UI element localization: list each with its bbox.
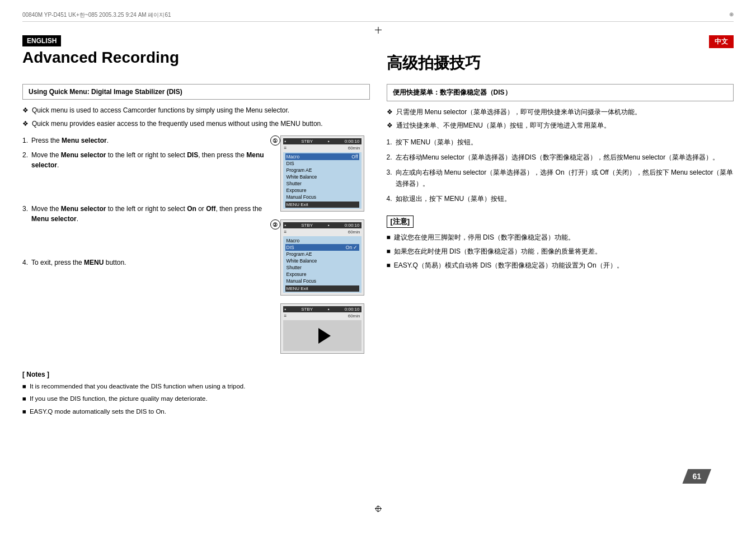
- chinese-column: 便用快捷菜单：数字图像稳定器（DIS） ❖ 只需使用 Menu selector…: [387, 84, 734, 419]
- screenshot-2-wrapper: ② ▪ STBY ▪ 0:00:10 ≡ 60min: [280, 219, 370, 296]
- chinese-notes-title: [注意]: [387, 216, 414, 228]
- english-lang-badge: ENGLISH: [22, 35, 61, 46]
- menu-item-macro-1: MacroOff: [285, 153, 359, 160]
- diamond-icon-1: ❖: [22, 105, 29, 115]
- note-text-3: EASY.Q mode automatically sets the DIS t…: [30, 407, 166, 416]
- english-column: Using Quick Menu: Digital Image Stabiliz…: [22, 84, 370, 419]
- cam-tape-2: ≡ 60min: [283, 229, 361, 235]
- menu-item-shutter-2: Shutter: [285, 264, 359, 271]
- chinese-step-3: 3. 向左或向右移动 Menu selector（菜单选择器），选择 On（打开…: [387, 167, 734, 189]
- cam-stby-2: STBY: [301, 223, 313, 228]
- menu-item-pgae-1: Program AE: [285, 167, 359, 174]
- english-steps: 1. Press the Menu selector. 2. Move the …: [22, 135, 275, 362]
- note-3: ■ EASY.Q mode automatically sets the DIS…: [22, 407, 370, 416]
- step-4: 4. To exit, press the MENU button.: [22, 257, 275, 268]
- step-3: 3. Move the Menu selector to the left or…: [22, 204, 275, 224]
- chinese-note-text-1: 建议您在使用三脚架时，停用 DIS（数字图像稳定器）功能。: [394, 232, 575, 243]
- menu-item-wb-2: White Balance: [285, 257, 359, 264]
- play-triangle-icon: [318, 328, 331, 344]
- chinese-step-4-num: 4.: [387, 194, 392, 204]
- notes-title: [ Notes ]: [22, 371, 370, 378]
- step-badge-2: ②: [270, 219, 280, 229]
- page-number-area: 61: [682, 469, 711, 484]
- cam-rec-icon-1: ▪: [328, 139, 330, 144]
- step-4-num: 4.: [22, 257, 28, 268]
- english-title: Advanced Recording: [22, 49, 370, 67]
- page-number: 61: [682, 469, 711, 484]
- cam-icon-1: ▪: [285, 139, 287, 144]
- note-text-1: It is recommended that you deactivate th…: [30, 382, 245, 391]
- menu-item-exp-1: Exposure: [285, 187, 359, 194]
- chinese-section-title: 便用快捷菜单：数字图像稳定器（DIS）: [387, 84, 734, 101]
- step-4-text: To exit, press the MENU button.: [31, 257, 126, 268]
- cam-screen-3: ▪ STBY ▪ 0:00:10 ≡ 60min: [280, 303, 364, 354]
- note-text-2: If you use the DIS function, the picture…: [30, 394, 208, 404]
- menu-item-shutter-1: Shutter: [285, 180, 359, 187]
- chinese-note-bullet-1: ■: [387, 232, 391, 243]
- step-2: 2. Move the Menu selector to the left or…: [22, 150, 275, 170]
- step-2-text: Move the Menu selector to the left or ri…: [31, 150, 274, 170]
- menu-item-dis-1: DIS: [285, 160, 359, 167]
- page-container: 00840M YP-D451 UK+한~085 2005.3.25 9:24 A…: [0, 0, 756, 534]
- menu-item-exp-2: Exposure: [285, 271, 359, 278]
- english-bullets: ❖ Quick menu is used to access Camcorder…: [22, 105, 370, 129]
- cam-menu-2: Macro DISOn ✓ Program AE White Balance S…: [283, 236, 361, 293]
- cam-menu-1: MacroOff DIS Program AE White Balance Sh…: [283, 152, 361, 209]
- screenshot-3-wrapper: ▪ STBY ▪ 0:00:10 ≡ 60min: [280, 303, 370, 354]
- menu-item-pgae-2: Program AE: [285, 251, 359, 257]
- screenshot-1-wrapper: ① ▪ STBY ▪ 0:00:10 ≡ 60min: [280, 135, 370, 212]
- note-2: ■ If you use the DIS function, the pictu…: [22, 394, 370, 404]
- chinese-steps: 1. 按下 MENU（菜单）按钮。 2. 左右移动Menu selector（菜…: [387, 137, 734, 204]
- cam-time-2: 0:00:10: [345, 223, 360, 228]
- cam-icon-3: ▪: [285, 307, 287, 312]
- step-badge-1: ①: [270, 135, 280, 146]
- chinese-step-1: 1. 按下 MENU（菜单）按钮。: [387, 137, 734, 148]
- chinese-lang-badge: 中文: [709, 35, 734, 48]
- chinese-note-2: ■ 如果您在此时使用 DIS（数字图像稳定器）功能，图像的质量将更差。: [387, 246, 734, 257]
- chinese-diamond-1: ❖: [387, 107, 393, 117]
- cam-rec-icon-2: ▪: [328, 223, 330, 228]
- cam-tape-1: ≡ 60min: [283, 146, 361, 151]
- chinese-bullets: ❖ 只需使用 Menu selector（菜单选择器），即可使用快捷来单访问摄录…: [387, 107, 734, 130]
- chinese-step-4-text: 如欲退出，按下 MENU（菜单）按钮。: [396, 194, 511, 204]
- bullet-item-2: ❖ Quick menu provides easier access to t…: [22, 119, 370, 129]
- header-bar: 00840M YP-D451 UK+한~085 2005.3.25 9:24 A…: [22, 11, 734, 22]
- menu-exit-2: MENU Exit: [285, 285, 359, 292]
- chinese-note-text-3: EASY.Q（简易）模式自动将 DIS（数字图像稳定器）功能设置为 On（开）。: [394, 260, 623, 271]
- menu-item-dis-2: DISOn ✓: [285, 244, 359, 251]
- note-bullet-2: ■: [22, 394, 26, 404]
- file-info: 00840M YP-D451 UK+한~085 2005.3.25 9:24 A…: [22, 11, 171, 19]
- chinese-bullet-text-1: 只需使用 Menu selector（菜单选择器），即可使用快捷来单访问摄录一体…: [396, 107, 642, 117]
- cam-rec-icon-3: ▪: [328, 307, 330, 312]
- cam-icon-2: ▪: [285, 223, 287, 228]
- bullet-text-1: Quick menu is used to access Camcorder f…: [32, 105, 289, 115]
- bullet-item-1: ❖ Quick menu is used to access Camcorder…: [22, 105, 370, 115]
- menu-item-wb-1: White Balance: [285, 174, 359, 180]
- chinese-step-3-text: 向左或向右移动 Menu selector（菜单选择器），选择 On（打开）或 …: [396, 167, 734, 189]
- chinese-step-2-num: 2.: [387, 152, 392, 163]
- chinese-step-2: 2. 左右移动Menu selector（菜单选择器）选择DIS（数字图像稳定器…: [387, 152, 734, 163]
- diamond-icon-2: ❖: [22, 119, 29, 129]
- cam-top-bar-2: ▪ STBY ▪ 0:00:10: [283, 222, 361, 228]
- note-bullet-1: ■: [22, 382, 26, 391]
- menu-item-macro-2: Macro: [285, 237, 359, 244]
- cam-top-bar-3: ▪ STBY ▪ 0:00:10: [283, 306, 361, 312]
- cam-tape-icon-1: ≡: [284, 146, 287, 151]
- cam-tape-time-3: 60min: [348, 313, 360, 318]
- chinese-bullet-text-2: 通过快捷来单、不使用MENU（菜单）按钮，即可方便地进入常用菜单。: [396, 120, 611, 130]
- chinese-note-3: ■ EASY.Q（简易）模式自动将 DIS（数字图像稳定器）功能设置为 On（开…: [387, 260, 734, 271]
- step-1: 1. Press the Menu selector.: [22, 135, 275, 146]
- menu-item-mf-2: Manual Focus: [285, 278, 359, 284]
- bullet-text-2: Quick menu provides easier access to the…: [32, 119, 323, 129]
- cam-time-3: 0:00:10: [345, 307, 360, 312]
- step-1-num: 1.: [22, 135, 28, 146]
- menu-exit-1: MENU Exit: [285, 202, 359, 208]
- cam-tape-icon-3: ≡: [284, 313, 287, 318]
- cam-screen-1: ▪ STBY ▪ 0:00:10 ≡ 60min MacroOff: [280, 135, 364, 212]
- step-2-num: 2.: [22, 150, 28, 160]
- cam-tape-time-2: 60min: [348, 229, 360, 235]
- cam-time-1: 0:00:10: [345, 139, 360, 144]
- crosshair-symbol: ⊕: [729, 11, 734, 19]
- cam-tape-icon-2: ≡: [284, 229, 287, 235]
- chinese-step-3-num: 3.: [387, 167, 392, 178]
